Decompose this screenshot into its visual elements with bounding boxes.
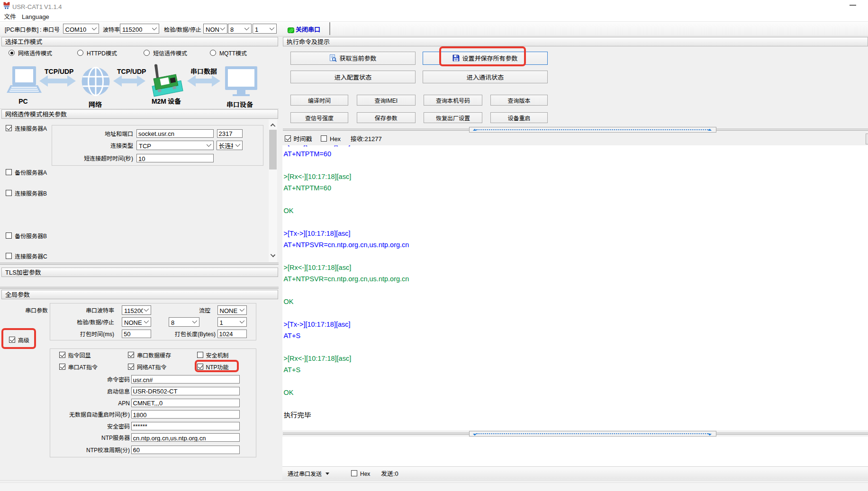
small-button-2[interactable]: 查询本机号码 bbox=[424, 95, 482, 106]
databits-select[interactable]: 8 bbox=[228, 24, 252, 34]
enter-config-button[interactable]: 进入配置状态 bbox=[290, 71, 416, 84]
log-line: >[Rx<-][10:17:18][asc] bbox=[284, 261, 409, 273]
small-button-1[interactable]: 查询IMEI bbox=[357, 95, 416, 106]
radio-mqtt-label: MQTT模式 bbox=[219, 49, 247, 57]
stopbits-select[interactable]: 1 bbox=[253, 24, 277, 34]
scroll-up-icon[interactable] bbox=[271, 124, 275, 128]
g-stopbits-select-value: 1 bbox=[220, 317, 223, 326]
g-databits-select-value: 8 bbox=[171, 317, 174, 326]
g-packtime-input[interactable] bbox=[122, 330, 151, 338]
net-params-scrollbar[interactable] bbox=[269, 119, 277, 262]
splitter-arrow-down-icon bbox=[708, 434, 712, 436]
g-flow-select-value: NONE bbox=[220, 306, 239, 315]
scroll-down-icon[interactable] bbox=[271, 252, 275, 257]
enter-comm-button[interactable]: 进入通讯状态 bbox=[423, 71, 548, 84]
small-button-7-label: 设备重启 bbox=[507, 114, 530, 122]
baud-label: 波特率 bbox=[103, 25, 120, 34]
global-params-header[interactable]: 全局参数 bbox=[1, 290, 278, 299]
checkbox-hex-send-box bbox=[351, 470, 357, 476]
send-via-serial-button[interactable]: 通过串口发送 bbox=[288, 470, 326, 477]
arrow-tcp-udp-2 bbox=[113, 75, 145, 87]
send-dropdown-icon[interactable] bbox=[326, 473, 329, 475]
recv-count: 接收:21277 bbox=[351, 135, 382, 143]
small-button-5[interactable]: 保存参数 bbox=[357, 112, 416, 124]
no-data-restart-input[interactable] bbox=[131, 410, 240, 419]
log-line: AT+NTPTM=60 bbox=[284, 148, 409, 159]
log-line: >[Rx<-][10:17:18][asc] bbox=[284, 170, 409, 182]
log-area[interactable]: >[Tx->][10:17:18][asc]AT+NTPTM=60 >[Rx<-… bbox=[282, 145, 868, 430]
small-button-0[interactable]: 编译时间 bbox=[290, 95, 348, 106]
addr-input[interactable] bbox=[136, 129, 214, 138]
net-params-header: 网络透传模式相关参数 bbox=[1, 109, 278, 119]
startup-info-input[interactable] bbox=[131, 387, 240, 395]
close-port-button[interactable]: 关闭串口 bbox=[296, 25, 320, 34]
tls-header[interactable]: TLS加密参数 bbox=[1, 268, 278, 277]
menu-file[interactable]: 文件 bbox=[4, 12, 16, 21]
small-button-7[interactable]: 设备重启 bbox=[490, 112, 548, 124]
log-scrollbar-button[interactable] bbox=[866, 134, 868, 144]
g-flow-select[interactable]: NONE bbox=[217, 305, 247, 315]
baud-select[interactable]: 115200 bbox=[120, 24, 159, 34]
left-splitter-2b bbox=[0, 288, 279, 289]
diagram-label-serial-data: 串口数据 bbox=[190, 66, 218, 76]
log-splitter-handle[interactable] bbox=[469, 127, 716, 133]
checkbox-server-b-box bbox=[6, 190, 12, 196]
apn-input[interactable] bbox=[131, 399, 240, 407]
minimize-button[interactable] bbox=[850, 5, 856, 6]
splitter-arrow-down-icon bbox=[473, 434, 477, 436]
log-line: 执行完毕 bbox=[284, 409, 409, 420]
checkbox-flag-2-label: 安全机制 bbox=[206, 351, 229, 359]
cmd-password-label: 命令密码 bbox=[30, 375, 130, 384]
chevron-down-icon bbox=[152, 25, 157, 30]
title-bar: USR-CAT1 V1.1.4 bbox=[0, 0, 868, 11]
g-stopbits-select[interactable]: 1 bbox=[217, 317, 247, 327]
chevron-down-icon bbox=[270, 25, 274, 30]
checkbox-timestamp-box bbox=[285, 135, 291, 142]
ntp-period-input[interactable] bbox=[131, 446, 240, 454]
g-parity-select[interactable]: NONE bbox=[122, 317, 151, 327]
radio-httpd-label: HTTPD模式 bbox=[87, 49, 117, 57]
checkbox-backup-a-box bbox=[6, 169, 12, 175]
send-splitter-handle[interactable] bbox=[469, 431, 716, 437]
parity-select[interactable]: NONE bbox=[203, 24, 227, 34]
log-line bbox=[284, 398, 409, 409]
send-input-area[interactable] bbox=[282, 437, 868, 467]
window-title: USR-CAT1 V1.1.4 bbox=[12, 2, 62, 11]
small-button-3[interactable]: 查询版本 bbox=[490, 95, 548, 106]
conn-type-select[interactable]: TCP bbox=[136, 141, 214, 150]
app-window: USR-CAT1 V1.1.4 文件 Language [PC串口参数] : 串… bbox=[0, 0, 868, 491]
left-splitter-1a bbox=[0, 263, 279, 263]
port-input[interactable] bbox=[217, 129, 243, 138]
log-line bbox=[284, 250, 409, 261]
log-line: AT+NTPSVR=cn.ntp.org.cn,us.ntp.org.cn bbox=[284, 273, 409, 284]
ntp-server-input[interactable] bbox=[131, 433, 240, 442]
checkbox-flag-4-box bbox=[128, 364, 134, 370]
checkbox-backup-a-label: 备份服务器A bbox=[15, 169, 47, 176]
g-packlen-label: 打包长度(Bytes) bbox=[149, 330, 216, 338]
cmd-password-input[interactable] bbox=[131, 375, 240, 384]
app-logo-icon bbox=[3, 2, 10, 11]
g-databits-select[interactable]: 8 bbox=[169, 317, 199, 327]
conn-mode-select-value: 长连接 bbox=[219, 141, 233, 150]
g-baud-select[interactable]: 115200 bbox=[122, 305, 151, 315]
diagram-label-m2m: M2M 设备 bbox=[147, 96, 185, 106]
log-line: AT+NTPSVR=cn.ntp.org.cn,us.ntp.org.cn bbox=[284, 239, 409, 250]
menu-bar: 文件 Language bbox=[0, 11, 868, 21]
security-password-input[interactable] bbox=[131, 422, 240, 430]
diagram-label-tcp2: TCP/UDP bbox=[117, 66, 145, 76]
stopbits-select-value: 1 bbox=[255, 24, 258, 33]
menu-language[interactable]: Language bbox=[22, 12, 49, 21]
left-splitter-0 bbox=[0, 108, 279, 109]
chevron-down-icon bbox=[239, 307, 244, 312]
g-packlen-input[interactable] bbox=[217, 330, 247, 338]
chevron-down-icon bbox=[239, 318, 244, 323]
radio-mqtt-circle bbox=[210, 50, 216, 56]
small-button-4[interactable]: 查信号强度 bbox=[290, 112, 348, 124]
arrow-serial-data bbox=[187, 75, 220, 87]
com-port-select[interactable]: COM10 bbox=[63, 24, 99, 34]
timeout-input[interactable] bbox=[136, 154, 214, 162]
conn-mode-select[interactable]: 长连接 bbox=[217, 141, 243, 150]
small-button-6[interactable]: 恢复出厂设置 bbox=[424, 112, 482, 124]
scrollbar-thumb[interactable] bbox=[269, 130, 277, 170]
get-params-button[interactable]: 获取当前参数 bbox=[290, 52, 416, 65]
